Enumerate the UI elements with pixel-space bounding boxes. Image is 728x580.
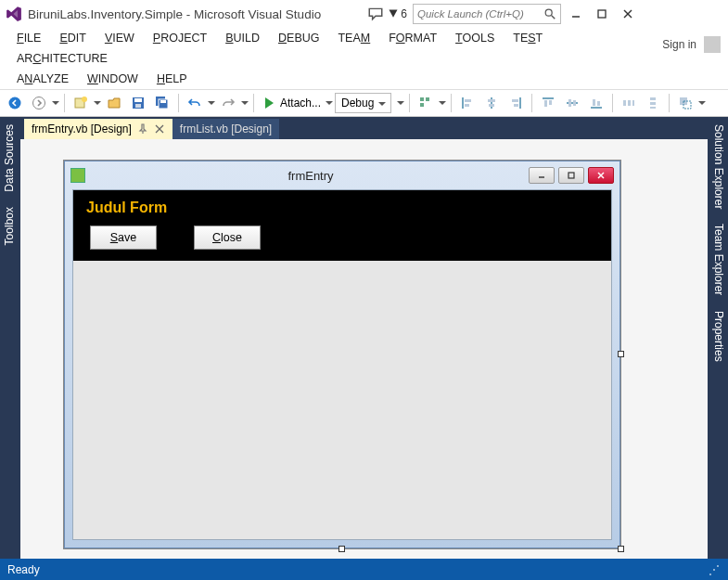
design-canvas[interactable]: frmEntry Judul Form Save Close [20, 139, 708, 570]
svg-rect-18 [420, 103, 424, 107]
vspace-equal-button[interactable] [642, 92, 664, 114]
form-caption: frmEntry [93, 169, 529, 183]
svg-point-7 [33, 97, 45, 110]
open-file-button[interactable] [103, 92, 125, 114]
tab-frmentry-design[interactable]: frmEntry.vb [Design] [24, 119, 172, 139]
menu-debug[interactable]: DEBUG [269, 28, 328, 48]
properties-tab[interactable]: Properties [708, 303, 728, 369]
align-center-button[interactable] [480, 92, 503, 114]
window-maximize-button[interactable] [591, 5, 613, 23]
start-debug-dropdown[interactable] [326, 101, 333, 109]
svg-rect-12 [135, 104, 141, 108]
resize-handle-south[interactable] [338, 546, 345, 552]
nav-forward-button[interactable] [28, 92, 50, 114]
align-left-button[interactable] [456, 92, 479, 114]
tab-label: frmList.vb [Design] [180, 122, 272, 135]
svg-rect-17 [426, 97, 429, 101]
menu-architecture[interactable]: ARCHITECTURE [7, 48, 117, 69]
team-explorer-tab[interactable]: Team Explorer [708, 216, 728, 303]
form-designer-surface[interactable]: frmEntry Judul Form Save Close [63, 160, 621, 549]
resize-handle-east[interactable] [618, 351, 624, 357]
tab-frmlist-design[interactable]: frmList.vb [Design] [172, 119, 279, 139]
window-close-button[interactable] [617, 5, 639, 23]
svg-rect-27 [514, 104, 518, 107]
status-text: Ready [7, 563, 40, 576]
nav-back-button[interactable] [4, 92, 26, 114]
close-tab-icon[interactable] [154, 123, 165, 135]
new-project-button[interactable] [70, 92, 92, 114]
menu-view[interactable]: VIEW [96, 28, 144, 48]
send-to-back-button[interactable] [674, 92, 696, 114]
redo-dropdown[interactable] [241, 101, 249, 109]
save-button[interactable] [127, 92, 149, 114]
svg-point-6 [9, 97, 21, 110]
document-tabstrip: frmEntry.vb [Design] frmList.vb [Design] [20, 117, 728, 139]
align-bottom-button[interactable] [585, 92, 607, 114]
standard-toolbar: Attach... Debug [0, 89, 728, 117]
svg-line-1 [552, 16, 556, 19]
menu-tools[interactable]: TOOLS [446, 28, 504, 48]
notifications-button[interactable]: 6 [388, 7, 407, 20]
svg-rect-11 [134, 98, 142, 102]
sign-in-link[interactable]: Sign in [662, 38, 696, 51]
form-close-button-inner[interactable]: Close [194, 226, 261, 250]
svg-rect-3 [598, 10, 606, 18]
feedback-icon[interactable] [367, 6, 384, 22]
vs-logo-icon [6, 6, 22, 22]
menu-test[interactable]: TEST [504, 28, 552, 48]
save-all-button[interactable] [151, 92, 173, 114]
menu-file[interactable]: FILE [7, 28, 50, 48]
pin-icon[interactable] [137, 123, 148, 135]
quick-launch-input[interactable] [417, 8, 542, 19]
form-save-button[interactable]: Save [90, 226, 157, 250]
align-right-button[interactable] [504, 92, 527, 114]
tab-label: frmEntry.vb [Design] [32, 122, 132, 135]
svg-rect-41 [650, 102, 656, 105]
attach-label: Attach... [280, 97, 321, 110]
undo-button[interactable] [184, 92, 206, 114]
align-to-grid-button[interactable] [415, 92, 437, 114]
menu-analyze[interactable]: ANALYZE [7, 69, 78, 89]
align-top-button[interactable] [537, 92, 559, 114]
align-dropdown[interactable] [439, 101, 446, 109]
svg-point-0 [545, 9, 552, 16]
svg-rect-38 [628, 100, 631, 106]
solution-config-dropdown[interactable]: Debug [335, 93, 391, 113]
svg-rect-21 [465, 104, 469, 107]
menu-team[interactable]: TEAM [328, 28, 379, 48]
solution-platform-dropdown[interactable] [397, 101, 404, 109]
data-sources-tab[interactable]: Data Sources [0, 117, 20, 200]
resize-handle-southeast[interactable] [618, 546, 624, 552]
avatar-icon[interactable] [704, 36, 721, 53]
quick-launch-search[interactable] [413, 4, 561, 24]
svg-rect-40 [650, 97, 656, 100]
form-close-button[interactable] [588, 167, 614, 184]
form-minimize-button[interactable] [529, 167, 555, 184]
toolbox-tab[interactable]: Toolbox [0, 200, 20, 252]
window-minimize-button[interactable] [565, 5, 587, 23]
form-maximize-button[interactable] [558, 167, 584, 184]
new-project-dropdown[interactable] [94, 101, 101, 109]
menu-window[interactable]: WINDOW [78, 69, 147, 89]
start-debug-button[interactable]: Attach... [259, 92, 324, 114]
order-dropdown[interactable] [698, 101, 706, 109]
form-header-panel[interactable]: Judul Form Save Close [73, 190, 611, 261]
svg-rect-35 [593, 99, 595, 106]
undo-dropdown[interactable] [208, 101, 215, 109]
menu-build[interactable]: BUILD [216, 28, 269, 48]
svg-rect-29 [544, 100, 547, 107]
redo-button[interactable] [217, 92, 239, 114]
resize-grip-icon[interactable]: ⋰ [709, 563, 721, 576]
menu-help[interactable]: HELP [147, 69, 197, 89]
svg-rect-32 [568, 99, 571, 107]
form-icon [70, 168, 85, 183]
hspace-equal-button[interactable] [618, 92, 640, 114]
align-middle-button[interactable] [561, 92, 583, 114]
menu-project[interactable]: PROJECT [144, 28, 216, 48]
svg-rect-37 [623, 100, 626, 106]
menu-format[interactable]: FORMAT [379, 28, 446, 48]
svg-rect-15 [160, 100, 166, 103]
solution-explorer-tab[interactable]: Solution Explorer [708, 117, 728, 216]
nav-history-dropdown[interactable] [52, 101, 59, 109]
menu-edit[interactable]: EDIT [50, 28, 95, 48]
